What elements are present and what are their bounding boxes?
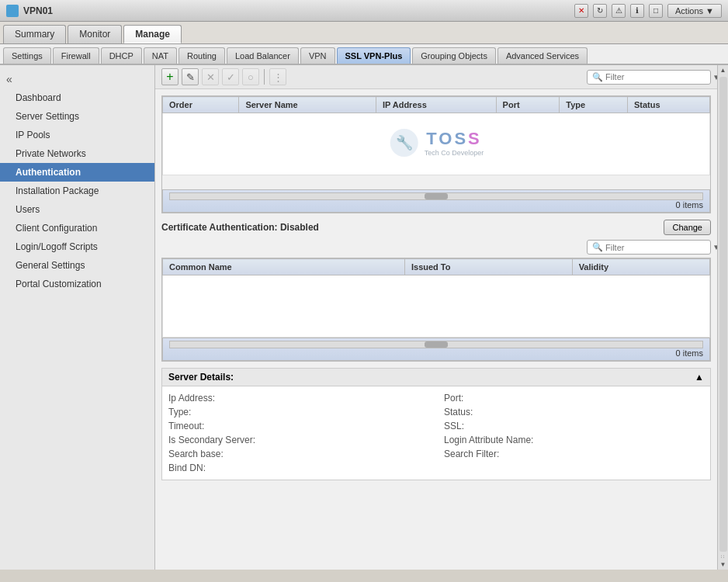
cert-filter-input[interactable] xyxy=(605,243,712,252)
sidebar-item-portal-customization[interactable]: Portal Customization xyxy=(0,275,154,293)
toolbar-separator xyxy=(264,69,265,85)
auth-table: Order Server Name IP Address Port Type S… xyxy=(162,96,710,175)
subtab-grouping[interactable]: Grouping Objects xyxy=(412,47,496,64)
scroll-down-btn[interactable]: ▼ xyxy=(719,559,728,570)
sidebar-item-server-settings[interactable]: Server Settings xyxy=(0,107,154,126)
add-button[interactable]: + xyxy=(161,68,179,85)
detail-login-attr: Login Attribute Name: xyxy=(444,435,704,445)
cert-filter-icon: 🔍 xyxy=(592,242,603,252)
sidebar-item-private-networks[interactable]: Private Networks xyxy=(0,144,154,163)
sidebar-item-client-config[interactable]: Client Configuration xyxy=(0,219,154,237)
filter-box: 🔍 ▼ xyxy=(587,70,711,85)
auth-table-area: Order Server Name IP Address Port Type S… xyxy=(162,96,710,189)
subtab-firewall[interactable]: Firewall xyxy=(53,47,99,64)
col-issued-to: Issued To xyxy=(404,259,572,275)
details-grid: Ip Address: Port: Type: Status: xyxy=(161,386,711,480)
detail-status: Status: xyxy=(444,407,704,417)
svg-point-0 xyxy=(9,7,16,15)
sidebar-item-users[interactable]: Users xyxy=(0,200,154,219)
detail-type: Type: xyxy=(168,407,428,417)
title-bar: VPN01 ✕ ↻ ⚠ ℹ □ Actions ▼ xyxy=(0,0,728,22)
sidebar-item-ip-pools[interactable]: IP Pools xyxy=(0,126,154,144)
subtab-dhcp[interactable]: DHCP xyxy=(101,47,142,64)
resize-handle[interactable]: :: xyxy=(719,555,726,558)
panel-body: Order Server Name IP Address Port Type S… xyxy=(155,89,717,570)
sidebar-item-general-settings[interactable]: General Settings xyxy=(0,256,154,275)
collapse-icon[interactable]: ▲ xyxy=(695,372,704,383)
col-port: Port xyxy=(496,97,560,113)
subtab-routing[interactable]: Routing xyxy=(179,47,225,64)
col-order: Order xyxy=(163,97,239,113)
detail-bind-dn: Bind DN: xyxy=(168,462,428,473)
filter-input[interactable] xyxy=(605,72,712,81)
window-btn[interactable]: □ xyxy=(649,4,663,18)
toolbar: + ✎ ✕ ✓ ○ ⋮ 🔍 ▼ xyxy=(155,65,717,89)
cancel-button[interactable]: ○ xyxy=(242,68,259,85)
col-common-name: Common Name xyxy=(163,259,405,275)
sidebar: « Dashboard Server Settings IP Pools Pri… xyxy=(0,65,155,570)
cert-section: Certificate Authentication: Disabled Cha… xyxy=(161,220,711,362)
subtab-vpn[interactable]: VPN xyxy=(300,47,335,64)
auth-table-wrapper: Order Server Name IP Address Port Type S… xyxy=(161,95,711,213)
tab-monitor[interactable]: Monitor xyxy=(68,25,122,43)
scroll-up-btn[interactable]: ▲ xyxy=(719,65,728,75)
col-type: Type xyxy=(560,97,628,113)
sub-tabs: Settings Firewall DHCP NAT Routing Load … xyxy=(0,44,728,65)
detail-search-base: Search base: xyxy=(168,449,428,459)
right-scrollbar[interactable]: ▲ :: ▼ xyxy=(717,65,728,570)
detail-timeout: Timeout: xyxy=(168,421,428,431)
sidebar-toggle[interactable]: « xyxy=(0,70,154,88)
cert-table: Common Name Issued To Validity xyxy=(162,258,710,338)
cert-filter-row: 🔍 ▼ xyxy=(161,240,711,255)
cert-section-header: Certificate Authentication: Disabled Cha… xyxy=(161,220,711,235)
sidebar-item-installation-package[interactable]: Installation Package xyxy=(0,182,154,200)
detail-is-secondary: Is Secondary Server: xyxy=(168,435,428,445)
tab-summary[interactable]: Summary xyxy=(3,25,66,43)
detail-ip-address: Ip Address: xyxy=(168,393,428,404)
auth-table-footer: 0 items xyxy=(162,189,710,213)
warning-btn[interactable]: ⚠ xyxy=(612,4,626,18)
refresh-btn[interactable]: ↻ xyxy=(593,4,607,18)
check-button[interactable]: ✓ xyxy=(222,68,239,85)
col-status: Status xyxy=(627,97,709,113)
subtab-settings[interactable]: Settings xyxy=(3,47,51,64)
subtab-loadbalancer[interactable]: Load Balancer xyxy=(227,47,299,64)
app-icon xyxy=(6,5,19,17)
cert-table-footer: 0 items xyxy=(162,338,710,361)
more-button[interactable]: ⋮ xyxy=(269,68,286,85)
close-btn[interactable]: ✕ xyxy=(574,4,588,18)
sidebar-item-login-scripts[interactable]: Login/Logoff Scripts xyxy=(0,237,154,256)
sidebar-item-authentication[interactable]: Authentication xyxy=(0,163,154,182)
col-ip-address: IP Address xyxy=(376,97,496,113)
edit-button[interactable]: ✎ xyxy=(182,68,199,85)
sidebar-item-dashboard[interactable]: Dashboard xyxy=(0,88,154,107)
content-area: « Dashboard Server Settings IP Pools Pri… xyxy=(0,65,728,570)
cert-filter-box: 🔍 ▼ xyxy=(587,240,711,255)
server-details-section: Server Details: ▲ Ip Address: Port: Type… xyxy=(161,368,711,480)
scroll-track[interactable] xyxy=(719,77,727,552)
detail-ssl: SSL: xyxy=(444,421,704,431)
cert-auth-label: Certificate Authentication: Disabled xyxy=(161,222,319,233)
cert-scrollbar-h[interactable] xyxy=(169,341,703,348)
col-validity: Validity xyxy=(572,259,709,275)
main-panel: + ✎ ✕ ✓ ○ ⋮ 🔍 ▼ Order xyxy=(155,65,717,570)
tab-manage[interactable]: Manage xyxy=(123,25,182,43)
subtab-nat[interactable]: NAT xyxy=(144,47,177,64)
subtab-sslvpn[interactable]: SSL VPN-Plus xyxy=(337,47,411,64)
delete-button[interactable]: ✕ xyxy=(202,68,219,85)
server-details-title: Server Details: xyxy=(168,372,234,383)
main-tabs: Summary Monitor Manage xyxy=(0,22,728,44)
server-details-header: Server Details: ▲ xyxy=(161,368,711,386)
auth-scrollbar-h[interactable] xyxy=(169,192,703,200)
actions-btn[interactable]: Actions ▼ xyxy=(667,4,722,18)
change-button[interactable]: Change xyxy=(664,220,711,235)
subtab-advanced[interactable]: Advanced Services xyxy=(497,47,588,64)
detail-search-filter: Search Filter: xyxy=(444,449,704,459)
info-btn[interactable]: ℹ xyxy=(630,4,644,18)
filter-search-icon: 🔍 xyxy=(592,72,603,82)
col-server-name: Server Name xyxy=(239,97,376,113)
detail-port: Port: xyxy=(444,393,704,404)
window-title: VPN01 xyxy=(23,5,570,16)
cert-table-wrapper: Common Name Issued To Validity 0 items xyxy=(161,258,711,362)
